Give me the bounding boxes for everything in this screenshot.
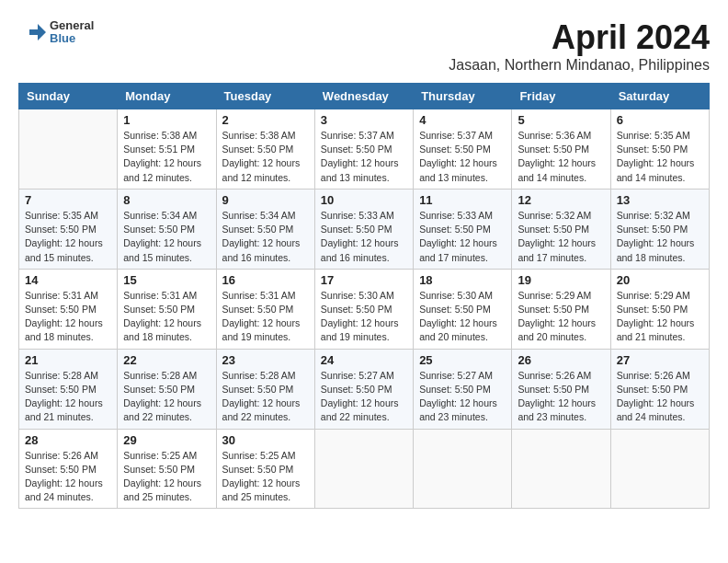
title-block: April 2024 Jasaan, Northern Mindanao, Ph… bbox=[449, 18, 710, 74]
day-info: Sunrise: 5:30 AM Sunset: 5:50 PM Dayligh… bbox=[321, 289, 407, 345]
day-number: 7 bbox=[25, 193, 111, 207]
day-number: 24 bbox=[321, 353, 407, 367]
day-number: 6 bbox=[617, 113, 703, 127]
logo-icon bbox=[18, 18, 46, 46]
day-number: 11 bbox=[419, 193, 506, 207]
day-number: 29 bbox=[123, 433, 210, 447]
calendar-cell bbox=[19, 109, 118, 190]
calendar-cell: 29Sunrise: 5:25 AM Sunset: 5:50 PM Dayli… bbox=[118, 429, 216, 509]
day-info: Sunrise: 5:25 AM Sunset: 5:50 PM Dayligh… bbox=[123, 449, 210, 505]
day-number: 14 bbox=[25, 273, 111, 287]
day-number: 22 bbox=[123, 353, 210, 367]
calendar-week-4: 21Sunrise: 5:28 AM Sunset: 5:50 PM Dayli… bbox=[19, 349, 710, 429]
day-info: Sunrise: 5:29 AM Sunset: 5:50 PM Dayligh… bbox=[518, 289, 604, 345]
day-info: Sunrise: 5:28 AM Sunset: 5:50 PM Dayligh… bbox=[123, 369, 210, 425]
calendar-table: SundayMondayTuesdayWednesdayThursdayFrid… bbox=[18, 83, 710, 509]
day-info: Sunrise: 5:29 AM Sunset: 5:50 PM Dayligh… bbox=[617, 289, 703, 345]
calendar-cell: 12Sunrise: 5:32 AM Sunset: 5:50 PM Dayli… bbox=[512, 189, 610, 269]
day-info: Sunrise: 5:28 AM Sunset: 5:50 PM Dayligh… bbox=[25, 369, 111, 425]
day-number: 26 bbox=[518, 353, 604, 367]
weekday-header-tuesday: Tuesday bbox=[216, 84, 314, 109]
weekday-header-thursday: Thursday bbox=[414, 84, 512, 109]
day-number: 25 bbox=[419, 353, 506, 367]
day-info: Sunrise: 5:27 AM Sunset: 5:50 PM Dayligh… bbox=[321, 369, 407, 425]
day-info: Sunrise: 5:31 AM Sunset: 5:50 PM Dayligh… bbox=[25, 289, 111, 345]
day-number: 15 bbox=[123, 273, 210, 287]
calendar-cell: 15Sunrise: 5:31 AM Sunset: 5:50 PM Dayli… bbox=[118, 269, 216, 349]
calendar-cell bbox=[314, 429, 413, 509]
day-number: 20 bbox=[617, 273, 703, 287]
day-info: Sunrise: 5:32 AM Sunset: 5:50 PM Dayligh… bbox=[518, 209, 604, 265]
weekday-header-monday: Monday bbox=[118, 84, 216, 109]
calendar-header: SundayMondayTuesdayWednesdayThursdayFrid… bbox=[19, 84, 710, 109]
day-number: 8 bbox=[123, 193, 210, 207]
weekday-header-friday: Friday bbox=[512, 84, 610, 109]
day-info: Sunrise: 5:34 AM Sunset: 5:50 PM Dayligh… bbox=[222, 209, 309, 265]
day-info: Sunrise: 5:31 AM Sunset: 5:50 PM Dayligh… bbox=[222, 289, 309, 345]
calendar-cell: 2Sunrise: 5:38 AM Sunset: 5:50 PM Daylig… bbox=[216, 109, 314, 190]
day-info: Sunrise: 5:37 AM Sunset: 5:50 PM Dayligh… bbox=[321, 129, 407, 185]
day-info: Sunrise: 5:36 AM Sunset: 5:50 PM Dayligh… bbox=[518, 129, 604, 185]
calendar-cell: 8Sunrise: 5:34 AM Sunset: 5:50 PM Daylig… bbox=[118, 189, 216, 269]
calendar-cell: 20Sunrise: 5:29 AM Sunset: 5:50 PM Dayli… bbox=[610, 269, 709, 349]
calendar-cell: 22Sunrise: 5:28 AM Sunset: 5:50 PM Dayli… bbox=[118, 349, 216, 429]
calendar-cell: 14Sunrise: 5:31 AM Sunset: 5:50 PM Dayli… bbox=[19, 269, 118, 349]
calendar-cell: 17Sunrise: 5:30 AM Sunset: 5:50 PM Dayli… bbox=[314, 269, 413, 349]
day-info: Sunrise: 5:27 AM Sunset: 5:50 PM Dayligh… bbox=[419, 369, 506, 425]
day-number: 23 bbox=[222, 353, 309, 367]
day-info: Sunrise: 5:35 AM Sunset: 5:50 PM Dayligh… bbox=[25, 209, 111, 265]
calendar-week-1: 1Sunrise: 5:38 AM Sunset: 5:51 PM Daylig… bbox=[19, 109, 710, 190]
day-info: Sunrise: 5:26 AM Sunset: 5:50 PM Dayligh… bbox=[25, 449, 111, 505]
calendar-cell: 9Sunrise: 5:34 AM Sunset: 5:50 PM Daylig… bbox=[216, 189, 314, 269]
calendar-cell: 3Sunrise: 5:37 AM Sunset: 5:50 PM Daylig… bbox=[314, 109, 413, 190]
day-info: Sunrise: 5:38 AM Sunset: 5:50 PM Dayligh… bbox=[222, 129, 309, 185]
calendar-cell: 10Sunrise: 5:33 AM Sunset: 5:50 PM Dayli… bbox=[314, 189, 413, 269]
calendar-cell bbox=[414, 429, 512, 509]
location-title: Jasaan, Northern Mindanao, Philippines bbox=[449, 57, 710, 74]
calendar-cell: 18Sunrise: 5:30 AM Sunset: 5:50 PM Dayli… bbox=[414, 269, 512, 349]
day-number: 1 bbox=[123, 113, 210, 127]
day-number: 2 bbox=[222, 113, 309, 127]
day-info: Sunrise: 5:26 AM Sunset: 5:50 PM Dayligh… bbox=[518, 369, 604, 425]
weekday-header-wednesday: Wednesday bbox=[314, 84, 413, 109]
day-number: 9 bbox=[222, 193, 309, 207]
day-info: Sunrise: 5:34 AM Sunset: 5:50 PM Dayligh… bbox=[123, 209, 210, 265]
month-title: April 2024 bbox=[449, 18, 710, 57]
day-number: 21 bbox=[25, 353, 111, 367]
day-number: 19 bbox=[518, 273, 604, 287]
day-info: Sunrise: 5:28 AM Sunset: 5:50 PM Dayligh… bbox=[222, 369, 309, 425]
day-number: 5 bbox=[518, 113, 604, 127]
day-number: 16 bbox=[222, 273, 309, 287]
calendar-cell: 4Sunrise: 5:37 AM Sunset: 5:50 PM Daylig… bbox=[414, 109, 512, 190]
day-info: Sunrise: 5:33 AM Sunset: 5:50 PM Dayligh… bbox=[419, 209, 506, 265]
calendar-week-5: 28Sunrise: 5:26 AM Sunset: 5:50 PM Dayli… bbox=[19, 429, 710, 509]
day-number: 13 bbox=[617, 193, 703, 207]
calendar-cell: 5Sunrise: 5:36 AM Sunset: 5:50 PM Daylig… bbox=[512, 109, 610, 190]
day-info: Sunrise: 5:31 AM Sunset: 5:50 PM Dayligh… bbox=[123, 289, 210, 345]
calendar-cell: 28Sunrise: 5:26 AM Sunset: 5:50 PM Dayli… bbox=[19, 429, 118, 509]
calendar-cell bbox=[512, 429, 610, 509]
page-header: General Blue April 2024 Jasaan, Northern… bbox=[18, 18, 710, 74]
calendar-cell: 19Sunrise: 5:29 AM Sunset: 5:50 PM Dayli… bbox=[512, 269, 610, 349]
calendar-cell: 27Sunrise: 5:26 AM Sunset: 5:50 PM Dayli… bbox=[610, 349, 709, 429]
calendar-week-3: 14Sunrise: 5:31 AM Sunset: 5:50 PM Dayli… bbox=[19, 269, 710, 349]
calendar-week-2: 7Sunrise: 5:35 AM Sunset: 5:50 PM Daylig… bbox=[19, 189, 710, 269]
day-info: Sunrise: 5:38 AM Sunset: 5:51 PM Dayligh… bbox=[123, 129, 210, 185]
calendar-cell: 11Sunrise: 5:33 AM Sunset: 5:50 PM Dayli… bbox=[414, 189, 512, 269]
calendar-cell: 23Sunrise: 5:28 AM Sunset: 5:50 PM Dayli… bbox=[216, 349, 314, 429]
weekday-header-saturday: Saturday bbox=[610, 84, 709, 109]
day-number: 18 bbox=[419, 273, 506, 287]
day-number: 10 bbox=[321, 193, 407, 207]
calendar-cell: 16Sunrise: 5:31 AM Sunset: 5:50 PM Dayli… bbox=[216, 269, 314, 349]
calendar-cell: 1Sunrise: 5:38 AM Sunset: 5:51 PM Daylig… bbox=[118, 109, 216, 190]
day-number: 27 bbox=[617, 353, 703, 367]
calendar-cell: 7Sunrise: 5:35 AM Sunset: 5:50 PM Daylig… bbox=[19, 189, 118, 269]
calendar-cell: 25Sunrise: 5:27 AM Sunset: 5:50 PM Dayli… bbox=[414, 349, 512, 429]
day-info: Sunrise: 5:33 AM Sunset: 5:50 PM Dayligh… bbox=[321, 209, 407, 265]
day-number: 28 bbox=[25, 433, 111, 447]
day-number: 3 bbox=[321, 113, 407, 127]
logo: General Blue bbox=[18, 18, 94, 46]
day-info: Sunrise: 5:25 AM Sunset: 5:50 PM Dayligh… bbox=[222, 449, 309, 505]
weekday-header-sunday: Sunday bbox=[19, 84, 118, 109]
day-info: Sunrise: 5:37 AM Sunset: 5:50 PM Dayligh… bbox=[419, 129, 506, 185]
